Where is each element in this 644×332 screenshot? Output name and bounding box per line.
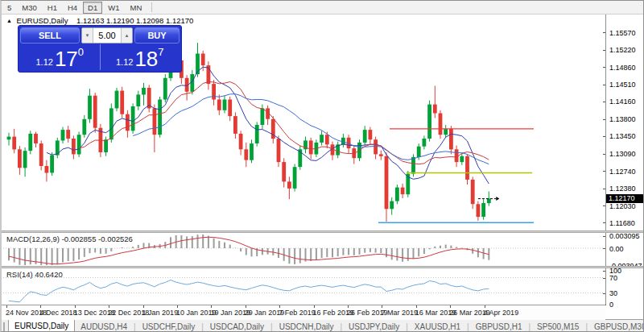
price-scale-label: 1.13800 [609, 115, 636, 123]
timeframe-button-w1[interactable]: W1 [103, 2, 124, 14]
date-label: 7 Feb 2019 [279, 309, 316, 317]
tab-separator: | [406, 322, 408, 331]
rsi-indicator-label: RSI(14) 40.6420 [6, 270, 63, 279]
date-tick [246, 305, 246, 308]
date-tick [40, 305, 41, 308]
chart-tab-gbpusd-h1[interactable]: GBPUSD,H1 [470, 322, 528, 332]
date-label: 4 Dec 2018 [39, 309, 76, 317]
collapse-panel-icon[interactable]: ▲ [6, 18, 12, 23]
date-tick [485, 305, 485, 308]
timeframe-toolbar: 5M30H1H4D1W1MN [2, 1, 643, 15]
rsi-scale-label: 30 [609, 289, 617, 297]
price-scale[interactable]: 1.155701.152201.148601.145101.141601.138… [606, 15, 644, 305]
price-scale-label: 1.14860 [609, 64, 636, 72]
date-label: 7 Mar 2019 [381, 309, 418, 317]
toolbar-separator [151, 2, 152, 12]
timeframe-button-d1[interactable]: D1 [83, 2, 102, 14]
rsi-scale-label: 0 [609, 301, 613, 309]
timeframe-button-5[interactable]: 5 [2, 2, 16, 14]
tab-separator: | [585, 322, 588, 331]
tab-separator: | [529, 322, 531, 331]
chart-area[interactable]: ▲ EURUSD,Daily 1.12163 1.12190 1.12098 1… [2, 15, 644, 319]
time-axis[interactable]: 24 Nov 20184 Dec 201813 Dec 201822 Dec 2… [2, 305, 605, 320]
chart-tab-eurusd-daily[interactable]: EURUSD,Daily [8, 319, 75, 332]
date-label: 4 Apr 2019 [484, 309, 519, 317]
date-label: 1 Jan 2019 [142, 309, 179, 317]
buy-button[interactable]: BUY [134, 27, 180, 44]
date-tick [6, 305, 7, 308]
panel-separator[interactable] [2, 230, 644, 233]
sell-price-pips: 17 [55, 48, 78, 69]
one-click-trading-panel: SELL ▼ 5.00 ▲ BUY 1.12 17 0 1.12 18 7 [18, 25, 182, 73]
volume-increase-icon[interactable]: ▲ [121, 28, 132, 43]
macd-scale-label: 0.00 [609, 245, 624, 253]
date-tick [109, 305, 109, 308]
chart-title: ▲ EURUSD,Daily 1.12163 1.12190 1.12098 1… [6, 16, 193, 25]
sell-price-display[interactable]: 1.12 17 0 [20, 44, 101, 70]
timeframe-button-h1[interactable]: H1 [43, 2, 62, 14]
chart-tab-usdcad-daily[interactable]: USDCAD,Daily [204, 322, 270, 332]
volume-value[interactable]: 5.00 [93, 28, 121, 43]
chart-symbol-period: EURUSD,Daily [17, 16, 68, 25]
date-tick [75, 305, 76, 308]
price-scale-label: 1.14510 [609, 81, 636, 89]
terminal-window: 5M30H1H4D1W1MN ▲ EURUSD,Daily 1.12163 1.… [0, 0, 644, 332]
chart-tab-usdjpy-daily[interactable]: USDJPY,Daily [343, 322, 405, 332]
price-scale-label: 1.14160 [609, 98, 636, 106]
buy-price-display[interactable]: 1.12 18 7 [101, 44, 180, 70]
timeframe-button-h4[interactable]: H4 [63, 2, 82, 14]
chart-ohlc-values: 1.12163 1.12190 1.12098 1.12170 [76, 16, 193, 25]
buy-price-point: 7 [158, 46, 163, 58]
date-tick [177, 305, 178, 308]
chart-tab-xauusd-h1[interactable]: XAUUSD,H1 [409, 322, 466, 332]
timeframe-button-m30[interactable]: M30 [17, 2, 41, 14]
price-scale-border [605, 15, 606, 305]
date-tick [279, 305, 280, 308]
date-tick [211, 305, 212, 308]
buy-price-pips: 18 [134, 48, 158, 69]
chart-tab-bar: EURUSD,DailyAUDUSD,H4|USDCHF,Daily|USDCA… [2, 319, 644, 332]
price-scale-label: 1.12740 [609, 168, 636, 176]
date-tick [143, 305, 144, 308]
sell-price-prefix: 1.12 [35, 57, 52, 67]
macd-indicator-label: MACD(12,26,9) -0.002855 -0.002526 [6, 234, 133, 243]
macd-scale-label: 0.003095 [609, 232, 640, 240]
chart-tab-audusd-h4[interactable]: AUDUSD,H4 [75, 322, 133, 332]
sell-price-point: 0 [78, 46, 84, 58]
tab-separator: | [340, 322, 342, 331]
tab-separator: | [467, 322, 469, 331]
date-tick [450, 305, 451, 308]
tabbar-grip-icon [3, 322, 5, 331]
date-tick [348, 305, 349, 308]
date-tick [314, 305, 315, 308]
current-price-tag: 1.12170 [605, 194, 644, 203]
price-scale-label: 1.12380 [609, 185, 636, 193]
rsi-chart-canvas[interactable] [3, 268, 605, 304]
panel-separator[interactable] [2, 266, 644, 268]
tab-separator: | [201, 322, 204, 331]
date-tick [416, 305, 417, 308]
price-scale-label: 1.13090 [609, 150, 636, 158]
volume-control: ▼ 5.00 ▲ [81, 27, 133, 44]
tab-separator: | [270, 322, 273, 331]
price-scale-label: 1.13450 [609, 132, 636, 140]
price-scale-label: 1.15570 [609, 29, 636, 37]
price-scale-label: 1.11680 [609, 219, 635, 227]
date-tick [382, 305, 382, 308]
chart-tab-gbpusd-m30[interactable]: GBPUSD,M30 [588, 322, 644, 332]
chart-tab-sp500-m15[interactable]: SP500,M15 [531, 322, 584, 332]
chart-tab-usdchf-daily[interactable]: USDCHF,Daily [137, 322, 201, 332]
tab-separator: | [134, 322, 136, 331]
price-scale-label: 1.15220 [609, 46, 636, 54]
volume-decrease-icon[interactable]: ▼ [82, 28, 93, 43]
rsi-scale-label: 70 [609, 274, 617, 282]
timeframe-button-mn[interactable]: MN [126, 2, 147, 14]
sell-button[interactable]: SELL [20, 27, 80, 44]
buy-price-prefix: 1.12 [116, 57, 133, 67]
chart-tab-usdcnh-daily[interactable]: USDCNH,Daily [274, 322, 340, 332]
